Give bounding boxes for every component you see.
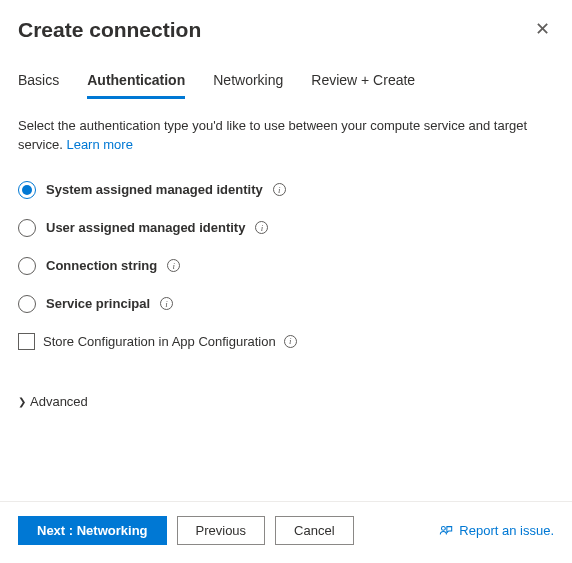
tab-basics[interactable]: Basics — [18, 72, 59, 99]
radio-service-principal[interactable]: Service principal i — [18, 295, 554, 313]
radio-label: System assigned managed identity — [46, 182, 263, 197]
checkbox-label: Store Configuration in App Configuration — [43, 334, 276, 349]
report-issue-label: Report an issue. — [459, 523, 554, 538]
feedback-icon — [439, 524, 453, 538]
radio-input[interactable] — [18, 295, 36, 313]
radio-label: User assigned managed identity — [46, 220, 245, 235]
radio-label: Connection string — [46, 258, 157, 273]
info-icon[interactable]: i — [273, 183, 286, 196]
tab-review-create[interactable]: Review + Create — [311, 72, 415, 99]
store-config-checkbox-row[interactable]: Store Configuration in App Configuration… — [18, 333, 554, 350]
info-icon[interactable]: i — [255, 221, 268, 234]
cancel-button[interactable]: Cancel — [275, 516, 353, 545]
advanced-label: Advanced — [30, 394, 88, 409]
page-title: Create connection — [18, 18, 201, 42]
checkbox-input[interactable] — [18, 333, 35, 350]
radio-input[interactable] — [18, 181, 36, 199]
info-icon[interactable]: i — [167, 259, 180, 272]
radio-connection-string[interactable]: Connection string i — [18, 257, 554, 275]
footer: Next : Networking Previous Cancel Report… — [0, 501, 572, 563]
radio-system-assigned[interactable]: System assigned managed identity i — [18, 181, 554, 199]
previous-button[interactable]: Previous — [177, 516, 266, 545]
chevron-right-icon: ❯ — [18, 396, 26, 407]
radio-label: Service principal — [46, 296, 150, 311]
radio-input[interactable] — [18, 257, 36, 275]
radio-user-assigned[interactable]: User assigned managed identity i — [18, 219, 554, 237]
close-icon[interactable]: ✕ — [531, 18, 554, 40]
info-icon[interactable]: i — [160, 297, 173, 310]
tab-bar: Basics Authentication Networking Review … — [0, 42, 572, 99]
svg-point-0 — [442, 526, 446, 530]
description-text: Select the authentication type you'd lik… — [18, 117, 554, 155]
learn-more-link[interactable]: Learn more — [66, 137, 132, 152]
advanced-toggle[interactable]: ❯ Advanced — [18, 394, 554, 409]
radio-input[interactable] — [18, 219, 36, 237]
next-button[interactable]: Next : Networking — [18, 516, 167, 545]
info-icon[interactable]: i — [284, 335, 297, 348]
auth-radio-group: System assigned managed identity i User … — [18, 181, 554, 313]
tab-networking[interactable]: Networking — [213, 72, 283, 99]
tab-authentication[interactable]: Authentication — [87, 72, 185, 99]
report-issue-link[interactable]: Report an issue. — [439, 523, 554, 538]
